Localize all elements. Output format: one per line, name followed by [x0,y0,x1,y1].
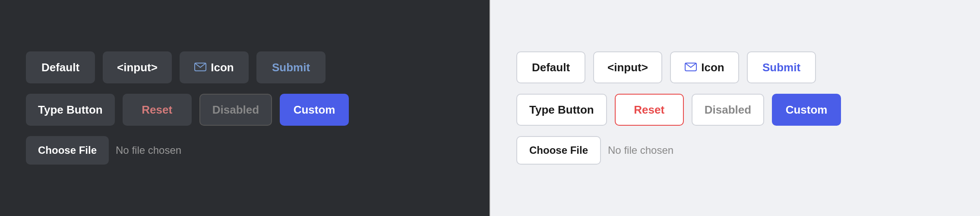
envelope-icon [194,61,206,74]
light-row-1: Default <input> Icon Submit [516,51,816,83]
light-custom-label: Custom [786,103,828,117]
dark-reset-label: Reset [142,103,172,117]
light-disabled-label: Disabled [705,103,751,117]
dark-choose-file-button[interactable]: Choose File [26,136,109,165]
dark-row-1: Default <input> Icon Submit [26,51,326,83]
light-icon-label: Icon [701,61,724,74]
light-panel: Default <input> Icon Submit Type Button … [490,0,980,216]
light-disabled-button[interactable]: Disabled [692,94,764,126]
light-reset-label: Reset [634,103,664,117]
dark-choose-file-label: Choose File [38,144,97,156]
light-file-row: Choose File No file chosen [516,136,673,165]
light-input-label: <input> [607,61,648,74]
light-reset-button[interactable]: Reset [615,94,684,126]
light-input-button[interactable]: <input> [593,51,662,83]
dark-default-button[interactable]: Default [26,51,95,83]
light-icon-button[interactable]: Icon [670,51,739,83]
light-default-button[interactable]: Default [516,51,585,83]
dark-input-label: <input> [117,61,158,74]
dark-icon-button[interactable]: Icon [180,51,249,83]
light-submit-button[interactable]: Submit [747,51,816,83]
light-envelope-icon [685,61,697,74]
dark-file-row: Choose File No file chosen [26,136,181,165]
dark-no-file-text: No file chosen [116,144,181,156]
light-submit-label: Submit [762,61,800,74]
light-default-label: Default [532,61,570,74]
dark-reset-button[interactable]: Reset [123,94,192,126]
dark-input-button[interactable]: <input> [103,51,172,83]
dark-typebutton-button[interactable]: Type Button [26,94,115,126]
dark-panel: Default <input> Icon Submit Type Button … [0,0,490,216]
light-typebutton-label: Type Button [529,103,594,117]
light-row-2: Type Button Reset Disabled Custom [516,94,841,126]
dark-icon-label: Icon [211,61,234,74]
dark-default-label: Default [41,61,79,74]
dark-custom-button[interactable]: Custom [280,94,349,126]
dark-custom-label: Custom [294,103,335,117]
dark-disabled-label: Disabled [212,103,259,117]
dark-submit-button[interactable]: Submit [256,51,326,83]
light-custom-button[interactable]: Custom [772,94,841,126]
dark-submit-label: Submit [272,61,310,74]
dark-disabled-button[interactable]: Disabled [199,94,272,126]
light-typebutton-button[interactable]: Type Button [516,94,607,126]
dark-typebutton-label: Type Button [38,103,103,117]
light-choose-file-label: Choose File [529,144,588,156]
light-choose-file-button[interactable]: Choose File [516,136,601,165]
dark-row-2: Type Button Reset Disabled Custom [26,94,349,126]
light-no-file-text: No file chosen [608,144,673,156]
